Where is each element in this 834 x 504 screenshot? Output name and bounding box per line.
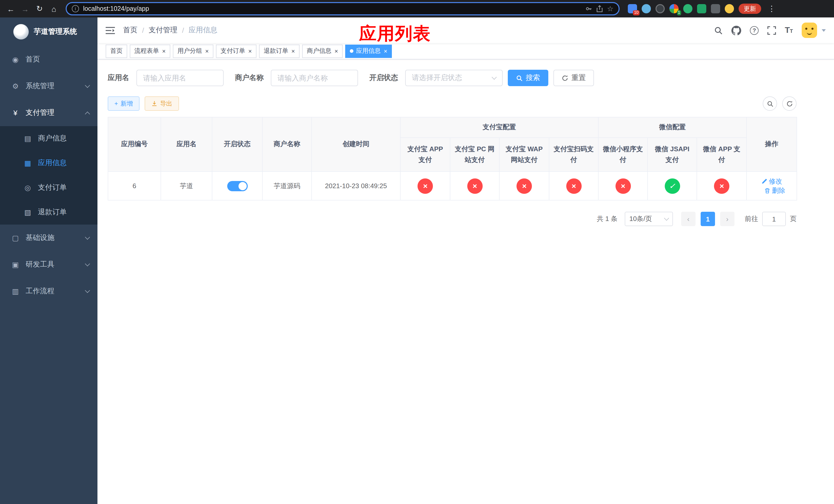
select-placeholder: 请选择开启状态 [412, 73, 462, 83]
column-header-alipay-wap: 支付宝 WAP 网站支付 [499, 138, 549, 171]
sidebar-item-app-info[interactable]: ▦ 应用信息 [0, 151, 97, 175]
chevron-down-icon [85, 83, 90, 88]
payment-submenu: ▤ 商户信息 ▦ 应用信息 ◎ 支付订单 ▧ 退款订单 [0, 126, 97, 225]
bookmark-star-icon[interactable]: ☆ [607, 5, 613, 13]
browser-forward-icon[interactable]: → [19, 2, 32, 15]
sidebar-item-home[interactable]: ◉ 首页 [0, 46, 97, 73]
search-icon[interactable] [714, 26, 723, 35]
tab-pay-order[interactable]: 支付订单 × [216, 44, 257, 58]
extension-icon[interactable] [642, 4, 651, 13]
column-header-actions: 操作 [747, 117, 797, 171]
sidebar-item-refund-order[interactable]: ▧ 退款订单 [0, 200, 97, 225]
sidebar-item-label: 研发工具 [26, 260, 54, 269]
tags-view-bar: 首页 流程表单 × 用户分组 × 支付订单 × 退款订单 × [97, 43, 834, 60]
column-header-alipay-app: 支付宝 APP 支付 [400, 138, 450, 171]
font-size-icon[interactable]: TT [785, 26, 793, 35]
browser-toolbar: ← → ↻ ⌂ i localhost:1024/pay/app ☆ 10 1 [0, 0, 834, 18]
merchant-name-label: 商户名称 [235, 73, 264, 83]
add-button[interactable]: + 新增 [108, 96, 139, 111]
page-size-select[interactable]: 10条/页 [625, 212, 673, 226]
status-toggle[interactable] [227, 181, 247, 191]
share-icon[interactable] [597, 5, 603, 12]
user-avatar[interactable] [802, 23, 817, 38]
edit-link[interactable]: 修改 [761, 177, 782, 186]
tab-home[interactable]: 首页 [106, 44, 127, 58]
breadcrumb: 首页 / 支付管理 / 应用信息 [123, 26, 218, 35]
sidebar-item-label: 商户信息 [38, 134, 67, 143]
tab-user-group[interactable]: 用户分组 × [173, 44, 213, 58]
browser-home-icon[interactable]: ⌂ [47, 2, 61, 15]
next-page-button[interactable]: › [720, 212, 734, 226]
sidebar-item-dev-tools[interactable]: ▣ 研发工具 [0, 251, 97, 278]
delete-link[interactable]: 删除 [764, 186, 785, 195]
tab-close-icon[interactable]: × [205, 48, 209, 54]
help-icon[interactable]: ? [750, 26, 759, 35]
tab-process-form[interactable]: 流程表单 × [130, 44, 170, 58]
chevron-up-icon [85, 111, 90, 116]
fullscreen-icon[interactable] [767, 26, 776, 35]
sidebar-item-system[interactable]: ⚙ 系统管理 [0, 73, 97, 99]
browser-menu-icon[interactable]: ⋮ [766, 4, 777, 13]
extension-icon[interactable] [697, 4, 706, 13]
merchant-name-input[interactable] [271, 70, 358, 86]
extension-icon[interactable]: 10 [628, 4, 637, 13]
cell-alipay-wap: × [499, 171, 549, 200]
export-button-label: 导出 [160, 99, 172, 108]
tab-refund-order[interactable]: 退款订单 × [259, 44, 300, 58]
puzzle-extension-icon[interactable] [711, 4, 720, 13]
sidebar-item-workflow[interactable]: ▥ 工作流程 [0, 278, 97, 304]
sidebar-item-merchant-info[interactable]: ▤ 商户信息 [0, 126, 97, 151]
reset-button[interactable]: 重置 [553, 70, 594, 86]
collapse-sidebar-icon[interactable] [106, 26, 115, 34]
closed-status-icon: × [418, 178, 433, 193]
page-size-value: 10条/页 [629, 214, 652, 224]
prev-page-button[interactable]: ‹ [681, 212, 696, 226]
browser-reload-icon[interactable]: ↻ [33, 2, 46, 15]
avatar-dropdown-caret-icon[interactable] [822, 29, 826, 31]
breadcrumb-item[interactable]: 支付管理 [149, 26, 177, 35]
sidebar-item-infra[interactable]: ▢ 基础设施 [0, 225, 97, 251]
tab-close-icon[interactable]: × [384, 48, 387, 54]
page-number-button[interactable]: 1 [701, 212, 715, 226]
tab-app-info[interactable]: 应用信息 × [345, 44, 392, 58]
sidebar-item-payment[interactable]: ¥ 支付管理 [0, 99, 97, 126]
column-header-wechat-lite: 微信小程序支付 [598, 138, 648, 171]
extension-icon[interactable]: 1 [670, 4, 679, 13]
sidebar-item-pay-order[interactable]: ◎ 支付订单 [0, 175, 97, 200]
extension-icon[interactable] [656, 4, 665, 13]
tab-label: 退款订单 [264, 47, 288, 55]
status-select[interactable]: 请选择开启状态 [405, 70, 503, 86]
tab-close-icon[interactable]: × [248, 48, 252, 54]
app-name-input[interactable] [136, 70, 224, 86]
column-group-wechat: 微信配置 [598, 117, 747, 138]
search-button[interactable]: 搜索 [508, 70, 548, 86]
browser-back-icon[interactable]: ← [4, 2, 18, 15]
plus-icon: + [114, 100, 118, 107]
cell-app-id: 6 [108, 171, 161, 200]
extension-icon[interactable] [683, 4, 693, 13]
browser-update-button[interactable]: 更新 [739, 4, 761, 14]
cell-actions: 修改 删除 [747, 171, 797, 200]
github-icon[interactable] [731, 25, 741, 35]
breadcrumb-item[interactable]: 首页 [123, 26, 137, 35]
refresh-icon[interactable] [782, 96, 796, 111]
show-search-toggle-icon[interactable] [763, 96, 777, 111]
password-key-icon[interactable] [586, 5, 593, 12]
top-navbar: 首页 / 支付管理 / 应用信息 ? [97, 18, 834, 43]
goto-page-input[interactable] [762, 212, 786, 226]
cell-wechat-app: × [697, 171, 747, 200]
cell-merchant: 芋道源码 [262, 171, 312, 200]
tab-close-icon[interactable]: × [291, 48, 295, 54]
cell-wechat-jsapi: ✓ [648, 171, 697, 200]
tab-close-icon[interactable]: × [334, 48, 338, 54]
tab-merchant-info[interactable]: 商户信息 × [302, 44, 343, 58]
tab-close-icon[interactable]: × [162, 48, 166, 54]
enabled-status-icon: ✓ [664, 178, 680, 193]
address-bar[interactable]: i localhost:1024/pay/app ☆ [66, 2, 620, 15]
emoji-extension-icon[interactable] [725, 4, 734, 13]
table-row: 6 芋道 芋道源码 2021-10-23 08:49:25 × × × × × [108, 171, 797, 200]
column-header-alipay-qr: 支付宝扫码支付 [549, 138, 598, 171]
site-info-icon[interactable]: i [72, 5, 79, 12]
tab-label: 首页 [110, 47, 123, 55]
export-button[interactable]: 导出 [145, 96, 179, 111]
